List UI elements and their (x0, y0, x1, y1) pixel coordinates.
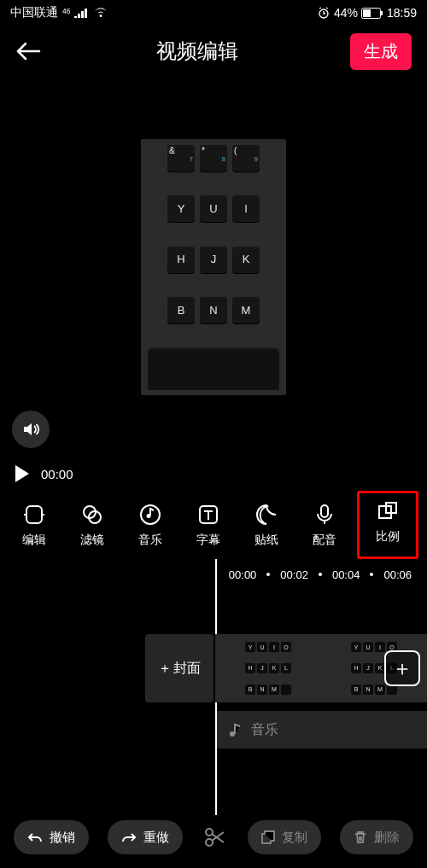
arrow-left-icon (15, 41, 41, 61)
volume-button[interactable] (12, 411, 50, 448)
sticker-icon (254, 502, 279, 527)
undo-button[interactable]: 撤销 (14, 820, 89, 854)
carrier-label: 中国联通 (10, 5, 58, 20)
music-note-icon (227, 722, 243, 737)
tool-label: 配音 (313, 533, 336, 548)
video-clip[interactable]: YUIO HJKL BNM YUIO HJKL BNM ＋ (215, 634, 427, 702)
wifi-icon (93, 8, 108, 18)
tool-label: 音乐 (138, 533, 162, 548)
tool-toolbar: 编辑 滤镜 音乐 字幕 贴纸 配音 比例 (0, 491, 427, 559)
timeline[interactable]: 00:00 00:02 00:04 00:06 ＋封面 YUIO HJKL BN… (0, 559, 427, 815)
tool-voice[interactable]: 配音 (299, 502, 350, 548)
subtitle-icon (196, 502, 221, 527)
current-time: 00:00 (41, 467, 73, 481)
undo-icon (27, 831, 43, 843)
spacebar-graphic (148, 347, 279, 390)
tool-label: 字幕 (196, 533, 220, 548)
alarm-icon (317, 6, 330, 20)
tool-label: 滤镜 (80, 533, 104, 548)
video-preview[interactable]: &7 *8 (9 Y U I H J K B N M (0, 77, 427, 457)
svg-rect-9 (321, 505, 328, 517)
tool-label: 贴纸 (254, 533, 278, 548)
page-title: 视频编辑 (156, 38, 238, 65)
battery-pct: 44% (334, 6, 358, 20)
delete-button[interactable]: 删除 (340, 820, 413, 854)
time-mark: 00:00 (229, 568, 257, 581)
music-label: 音乐 (251, 721, 278, 739)
player-controls: 00:00 (0, 457, 427, 491)
tool-edit[interactable]: 编辑 (9, 502, 60, 548)
redo-icon (121, 831, 137, 843)
network-badge: 46 (61, 6, 71, 20)
clock: 18:59 (387, 6, 417, 20)
time-mark: 00:04 (332, 568, 360, 581)
status-bar: 中国联通 46 44% 18:59 (0, 0, 427, 26)
plus-icon: ＋ (392, 655, 412, 682)
clip-track[interactable]: ＋封面 YUIO HJKL BNM YUIO HJKL BNM ＋ (0, 632, 427, 704)
play-button[interactable] (14, 464, 31, 483)
filter-icon (79, 502, 105, 527)
svg-rect-4 (26, 506, 42, 523)
tool-subtitle[interactable]: 字幕 (183, 502, 234, 548)
cover-button[interactable]: ＋封面 (145, 634, 214, 702)
time-mark: 00:06 (383, 568, 412, 581)
back-button[interactable] (15, 37, 44, 66)
copy-icon (261, 830, 275, 844)
preview-content: &7 *8 (9 Y U I H J K B N M (141, 139, 286, 395)
ratio-icon (375, 498, 401, 524)
svg-rect-2 (363, 9, 371, 17)
tool-sticker[interactable]: 贴纸 (241, 502, 292, 548)
add-clip-button[interactable]: ＋ (384, 650, 420, 686)
redo-button[interactable]: 重做 (108, 820, 183, 854)
scissors-icon (203, 825, 227, 849)
generate-button[interactable]: 生成 (350, 33, 412, 70)
music-track[interactable]: 音乐 (215, 711, 427, 749)
top-nav: 视频编辑 生成 (0, 26, 427, 77)
tool-music[interactable]: 音乐 (125, 502, 176, 548)
cut-button[interactable] (202, 824, 229, 851)
bottom-bar: 撤销 重做 复制 删除 (0, 820, 427, 854)
time-mark: 00:02 (280, 568, 308, 581)
svg-rect-3 (381, 11, 383, 15)
trash-icon (354, 830, 367, 844)
tool-filter[interactable]: 滤镜 (67, 502, 118, 548)
mic-icon (312, 502, 337, 527)
volume-icon (21, 420, 40, 439)
tool-ratio[interactable]: 比例 (357, 491, 418, 559)
battery-icon (361, 8, 383, 19)
signal-icon (74, 8, 90, 18)
tool-label: 比例 (376, 529, 400, 545)
edit-icon (21, 502, 47, 527)
copy-button[interactable]: 复制 (248, 820, 321, 854)
plus-icon: ＋ (158, 660, 172, 678)
time-ruler: 00:00 00:02 00:04 00:06 (0, 559, 427, 590)
tool-label: 编辑 (22, 533, 46, 548)
music-icon (137, 502, 163, 527)
